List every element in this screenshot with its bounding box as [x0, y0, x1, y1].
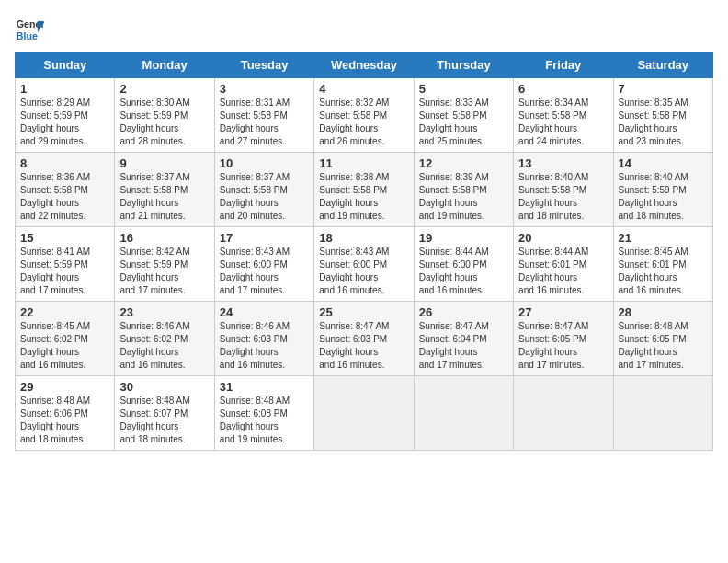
cell-content: Sunrise: 8:40 AMSunset: 5:59 PMDaylight …	[619, 171, 708, 223]
cell-content: Sunrise: 8:46 AMSunset: 6:02 PMDaylight …	[119, 320, 209, 372]
day-number: 29	[20, 380, 109, 394]
cell-content: Sunrise: 8:48 AMSunset: 6:08 PMDaylight …	[220, 395, 309, 446]
day-number: 24	[220, 305, 309, 319]
day-number: 25	[319, 305, 408, 319]
calendar-cell: 27 Sunrise: 8:47 AMSunset: 6:05 PMDaylig…	[514, 302, 613, 376]
day-number: 13	[518, 156, 608, 170]
day-number: 9	[119, 156, 209, 170]
weekday-header-sunday: Sunday	[16, 52, 115, 78]
cell-content: Sunrise: 8:38 AMSunset: 5:58 PMDaylight …	[319, 171, 408, 223]
day-number: 2	[119, 82, 209, 96]
cell-content: Sunrise: 8:48 AMSunset: 6:07 PMDaylight …	[119, 395, 209, 446]
calendar-cell: 14 Sunrise: 8:40 AMSunset: 5:59 PMDaylig…	[613, 153, 712, 227]
calendar-cell	[514, 376, 613, 451]
day-number: 6	[518, 82, 608, 96]
calendar-cell	[314, 376, 414, 451]
calendar-cell: 22 Sunrise: 8:45 AMSunset: 6:02 PMDaylig…	[16, 302, 115, 376]
cell-content: Sunrise: 8:47 AMSunset: 6:04 PMDaylight …	[419, 320, 508, 372]
logo: General Blue	[15, 15, 44, 44]
calendar-cell: 4 Sunrise: 8:32 AMSunset: 5:58 PMDayligh…	[314, 78, 414, 153]
calendar-table: SundayMondayTuesdayWednesdayThursdayFrid…	[15, 52, 713, 451]
calendar-cell: 6 Sunrise: 8:34 AMSunset: 5:58 PMDayligh…	[514, 78, 613, 153]
cell-content: Sunrise: 8:45 AMSunset: 6:01 PMDaylight …	[619, 246, 708, 297]
day-number: 10	[220, 156, 309, 170]
week-row-3: 15 Sunrise: 8:41 AMSunset: 5:59 PMDaylig…	[16, 227, 713, 302]
calendar-cell: 16 Sunrise: 8:42 AMSunset: 5:59 PMDaylig…	[115, 227, 214, 302]
cell-content: Sunrise: 8:39 AMSunset: 5:58 PMDaylight …	[419, 171, 508, 223]
calendar-cell: 29 Sunrise: 8:48 AMSunset: 6:06 PMDaylig…	[16, 376, 115, 451]
cell-content: Sunrise: 8:40 AMSunset: 5:58 PMDaylight …	[518, 171, 608, 223]
calendar-cell: 26 Sunrise: 8:47 AMSunset: 6:04 PMDaylig…	[414, 302, 513, 376]
day-number: 23	[119, 305, 209, 319]
cell-content: Sunrise: 8:36 AMSunset: 5:58 PMDaylight …	[20, 171, 109, 223]
weekday-header-friday: Friday	[514, 52, 613, 78]
calendar-cell: 2 Sunrise: 8:30 AMSunset: 5:59 PMDayligh…	[115, 78, 214, 153]
day-number: 15	[20, 231, 109, 245]
day-number: 14	[619, 156, 708, 170]
calendar-cell: 15 Sunrise: 8:41 AMSunset: 5:59 PMDaylig…	[16, 227, 115, 302]
svg-text:Blue: Blue	[17, 30, 38, 41]
cell-content: Sunrise: 8:44 AMSunset: 6:00 PMDaylight …	[419, 246, 508, 297]
day-number: 1	[20, 82, 109, 96]
calendar-cell: 5 Sunrise: 8:33 AMSunset: 5:58 PMDayligh…	[414, 78, 513, 153]
calendar-cell: 9 Sunrise: 8:37 AMSunset: 5:58 PMDayligh…	[115, 153, 214, 227]
cell-content: Sunrise: 8:48 AMSunset: 6:05 PMDaylight …	[619, 320, 708, 372]
day-number: 30	[119, 380, 209, 394]
day-number: 4	[319, 82, 408, 96]
weekday-header-wednesday: Wednesday	[314, 52, 414, 78]
day-number: 22	[20, 305, 109, 319]
logo-icon: General Blue	[15, 15, 44, 44]
day-number: 26	[419, 305, 508, 319]
calendar-cell: 1 Sunrise: 8:29 AMSunset: 5:59 PMDayligh…	[16, 78, 115, 153]
day-number: 11	[319, 156, 408, 170]
day-number: 7	[619, 82, 708, 96]
day-number: 18	[319, 231, 408, 245]
cell-content: Sunrise: 8:31 AMSunset: 5:58 PMDaylight …	[220, 97, 309, 148]
calendar-cell: 23 Sunrise: 8:46 AMSunset: 6:02 PMDaylig…	[115, 302, 214, 376]
calendar-cell: 19 Sunrise: 8:44 AMSunset: 6:00 PMDaylig…	[414, 227, 513, 302]
calendar-cell: 7 Sunrise: 8:35 AMSunset: 5:58 PMDayligh…	[613, 78, 712, 153]
day-number: 12	[419, 156, 508, 170]
cell-content: Sunrise: 8:44 AMSunset: 6:01 PMDaylight …	[518, 246, 608, 297]
calendar-cell: 24 Sunrise: 8:46 AMSunset: 6:03 PMDaylig…	[214, 302, 313, 376]
calendar-cell: 30 Sunrise: 8:48 AMSunset: 6:07 PMDaylig…	[115, 376, 214, 451]
calendar-cell: 13 Sunrise: 8:40 AMSunset: 5:58 PMDaylig…	[514, 153, 613, 227]
cell-content: Sunrise: 8:29 AMSunset: 5:59 PMDaylight …	[20, 97, 109, 148]
calendar-cell: 20 Sunrise: 8:44 AMSunset: 6:01 PMDaylig…	[514, 227, 613, 302]
calendar-cell: 10 Sunrise: 8:37 AMSunset: 5:58 PMDaylig…	[214, 153, 313, 227]
cell-content: Sunrise: 8:47 AMSunset: 6:03 PMDaylight …	[319, 320, 408, 372]
day-number: 20	[518, 231, 608, 245]
weekday-header-thursday: Thursday	[414, 52, 513, 78]
calendar-cell: 31 Sunrise: 8:48 AMSunset: 6:08 PMDaylig…	[214, 376, 313, 451]
weekday-header-monday: Monday	[115, 52, 214, 78]
calendar-cell	[613, 376, 712, 451]
cell-content: Sunrise: 8:47 AMSunset: 6:05 PMDaylight …	[518, 320, 608, 372]
calendar-cell: 3 Sunrise: 8:31 AMSunset: 5:58 PMDayligh…	[214, 78, 313, 153]
day-number: 27	[518, 305, 608, 319]
day-number: 3	[220, 82, 309, 96]
cell-content: Sunrise: 8:42 AMSunset: 5:59 PMDaylight …	[119, 246, 209, 297]
weekday-header-row: SundayMondayTuesdayWednesdayThursdayFrid…	[16, 52, 713, 78]
calendar-cell: 12 Sunrise: 8:39 AMSunset: 5:58 PMDaylig…	[414, 153, 513, 227]
cell-content: Sunrise: 8:43 AMSunset: 6:00 PMDaylight …	[319, 246, 408, 297]
calendar-cell: 17 Sunrise: 8:43 AMSunset: 6:00 PMDaylig…	[214, 227, 313, 302]
cell-content: Sunrise: 8:32 AMSunset: 5:58 PMDaylight …	[319, 97, 408, 148]
week-row-2: 8 Sunrise: 8:36 AMSunset: 5:58 PMDayligh…	[16, 153, 713, 227]
cell-content: Sunrise: 8:45 AMSunset: 6:02 PMDaylight …	[20, 320, 109, 372]
cell-content: Sunrise: 8:41 AMSunset: 5:59 PMDaylight …	[20, 246, 109, 297]
weekday-header-tuesday: Tuesday	[214, 52, 313, 78]
calendar-cell	[414, 376, 513, 451]
calendar-cell: 25 Sunrise: 8:47 AMSunset: 6:03 PMDaylig…	[314, 302, 414, 376]
page-header: General Blue	[15, 15, 713, 44]
cell-content: Sunrise: 8:34 AMSunset: 5:58 PMDaylight …	[518, 97, 608, 148]
cell-content: Sunrise: 8:48 AMSunset: 6:06 PMDaylight …	[20, 395, 109, 446]
day-number: 28	[619, 305, 708, 319]
calendar-cell: 21 Sunrise: 8:45 AMSunset: 6:01 PMDaylig…	[613, 227, 712, 302]
day-number: 19	[419, 231, 508, 245]
week-row-1: 1 Sunrise: 8:29 AMSunset: 5:59 PMDayligh…	[16, 78, 713, 153]
cell-content: Sunrise: 8:46 AMSunset: 6:03 PMDaylight …	[220, 320, 309, 372]
calendar-cell: 28 Sunrise: 8:48 AMSunset: 6:05 PMDaylig…	[613, 302, 712, 376]
day-number: 21	[619, 231, 708, 245]
calendar-cell: 11 Sunrise: 8:38 AMSunset: 5:58 PMDaylig…	[314, 153, 414, 227]
day-number: 31	[220, 380, 309, 394]
